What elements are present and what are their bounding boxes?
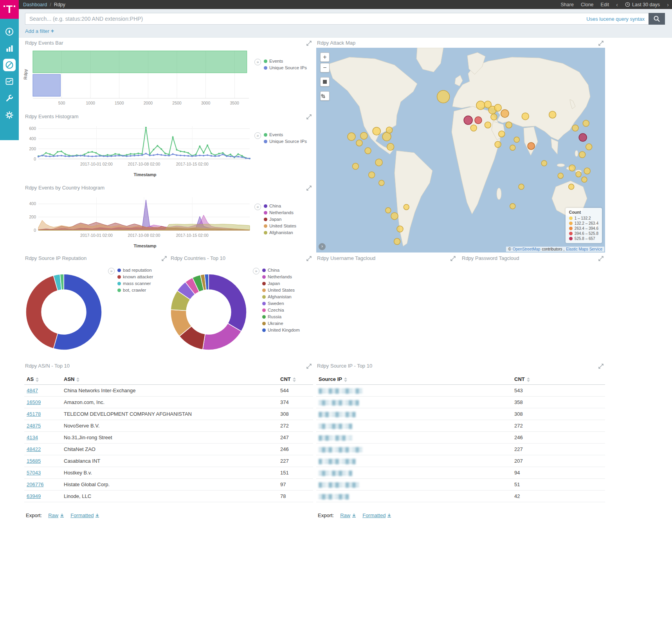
map-point[interactable] — [579, 133, 587, 141]
map-point[interactable] — [569, 184, 574, 189]
expand-icon[interactable] — [306, 363, 312, 370]
map-point[interactable] — [464, 116, 472, 124]
map-point[interactable] — [583, 120, 589, 126]
sidebar-item-management[interactable] — [3, 108, 16, 122]
legend-item[interactable]: Czechia — [262, 308, 300, 312]
telekom-logo[interactable]: T — [0, 0, 19, 19]
map-point[interactable] — [549, 111, 556, 118]
sidebar-item-discover[interactable] — [3, 25, 16, 38]
legend-item[interactable]: United Kingdom — [262, 328, 300, 332]
draw-bounds-button[interactable] — [320, 91, 330, 101]
map-point[interactable] — [572, 125, 578, 131]
sidebar-item-dashboard[interactable] — [3, 59, 16, 71]
attack-map[interactable]: + − Count 1 – 132.2132.2 – 263.4263.4 – … — [316, 48, 605, 252]
map-point[interactable] — [470, 125, 477, 131]
expand-icon[interactable] — [306, 40, 312, 47]
zoom-out-button[interactable]: − — [320, 63, 330, 72]
zoom-in-button[interactable]: + — [320, 52, 330, 62]
expand-icon[interactable] — [306, 114, 312, 120]
legend-item[interactable]: Events — [264, 59, 307, 63]
map-point[interactable] — [576, 171, 581, 177]
map-point[interactable] — [569, 165, 575, 171]
edit-button[interactable]: Edit — [601, 2, 609, 7]
as-number-link[interactable]: 57043 — [27, 470, 41, 476]
legend-item[interactable]: Netherlands — [262, 274, 300, 279]
legend-item[interactable]: Afghanistan — [262, 294, 300, 299]
map-point[interactable] — [522, 113, 529, 120]
map-point[interactable] — [499, 131, 505, 137]
map-point[interactable] — [506, 122, 512, 128]
map-point[interactable] — [394, 238, 400, 245]
share-button[interactable]: Share — [561, 2, 574, 7]
map-point[interactable] — [510, 145, 515, 150]
fit-bounds-button[interactable] — [320, 77, 330, 87]
map-point[interactable] — [514, 137, 519, 142]
legend-item[interactable]: Japan — [262, 281, 300, 286]
attribution-toggle-icon[interactable]: › — [319, 243, 326, 250]
column-header-as[interactable]: AS — [24, 374, 61, 385]
legend-item[interactable]: bot, crawler — [117, 288, 153, 292]
legend-item[interactable]: Netherlands — [264, 210, 296, 215]
legend-toggle-icon[interactable]: » — [108, 268, 115, 274]
expand-icon[interactable] — [306, 185, 312, 191]
legend-item[interactable]: known attacker — [117, 274, 153, 279]
expand-icon[interactable] — [598, 363, 604, 370]
map-point[interactable] — [582, 177, 587, 182]
legend-item[interactable]: United States — [262, 288, 300, 292]
map-point[interactable] — [558, 173, 563, 179]
legend-item[interactable]: Events — [264, 132, 307, 137]
map-point[interactable] — [495, 141, 501, 148]
map-point[interactable] — [386, 127, 393, 133]
map-point[interactable] — [348, 133, 355, 141]
as-number-link[interactable]: 206776 — [27, 482, 43, 487]
legend-item[interactable]: Sweden — [262, 301, 300, 306]
map-point[interactable] — [373, 127, 380, 135]
time-forward-icon[interactable]: › — [667, 1, 669, 8]
map-point[interactable] — [386, 207, 391, 213]
export-raw-link[interactable]: Raw — [340, 512, 356, 518]
as-number-link[interactable]: 15685 — [27, 458, 41, 464]
legend-item[interactable]: China — [264, 204, 296, 208]
legend-toggle-icon[interactable]: » — [253, 268, 259, 274]
openstreetmap-link[interactable]: OpenStreetMap — [513, 247, 540, 251]
map-point[interactable] — [360, 132, 368, 139]
export-raw-link[interactable]: Raw — [48, 512, 64, 518]
expand-icon[interactable] — [306, 255, 312, 262]
expand-icon[interactable] — [450, 255, 456, 262]
as-number-link[interactable]: 4847 — [27, 388, 38, 393]
column-header-cnt[interactable]: CNT — [512, 374, 605, 385]
breadcrumb-dashboard-link[interactable]: Dashboard — [23, 2, 47, 7]
search-button[interactable] — [649, 13, 665, 25]
map-point[interactable] — [475, 117, 482, 124]
map-point[interactable] — [519, 184, 524, 189]
legend-item[interactable]: Unique Source IPs — [264, 65, 307, 70]
legend-item[interactable]: China — [262, 268, 300, 272]
column-header-asn[interactable]: ASN — [61, 374, 278, 385]
clone-button[interactable]: Clone — [581, 2, 594, 7]
as-number-link[interactable]: 63949 — [27, 493, 41, 499]
map-point[interactable] — [528, 142, 535, 150]
map-point[interactable] — [365, 148, 371, 154]
as-number-link[interactable]: 45178 — [27, 411, 41, 417]
map-point[interactable] — [501, 110, 509, 117]
map-point[interactable] — [510, 204, 515, 209]
map-point[interactable] — [352, 163, 359, 170]
export-formatted-link[interactable]: Formatted — [70, 512, 99, 518]
legend-item[interactable]: Unique Source IPs — [264, 139, 307, 144]
legend-item[interactable]: Japan — [264, 217, 296, 222]
map-point[interactable] — [369, 172, 375, 178]
as-number-link[interactable]: 48422 — [27, 446, 41, 452]
map-point[interactable] — [485, 122, 491, 128]
map-point[interactable] — [387, 143, 394, 150]
map-point[interactable] — [586, 144, 592, 150]
expand-icon[interactable] — [161, 255, 168, 262]
legend-item[interactable]: United States — [264, 224, 296, 228]
map-point[interactable] — [397, 226, 403, 232]
legend-item[interactable]: Afghanistan — [264, 230, 296, 235]
time-back-icon[interactable]: ‹ — [616, 1, 618, 8]
as-number-link[interactable]: 4134 — [27, 435, 38, 440]
map-point[interactable] — [404, 204, 409, 210]
legend-item[interactable]: Ukraine — [262, 321, 300, 326]
sidebar-item-timelion[interactable] — [3, 75, 16, 88]
legend-toggle-icon[interactable]: » — [254, 204, 261, 210]
